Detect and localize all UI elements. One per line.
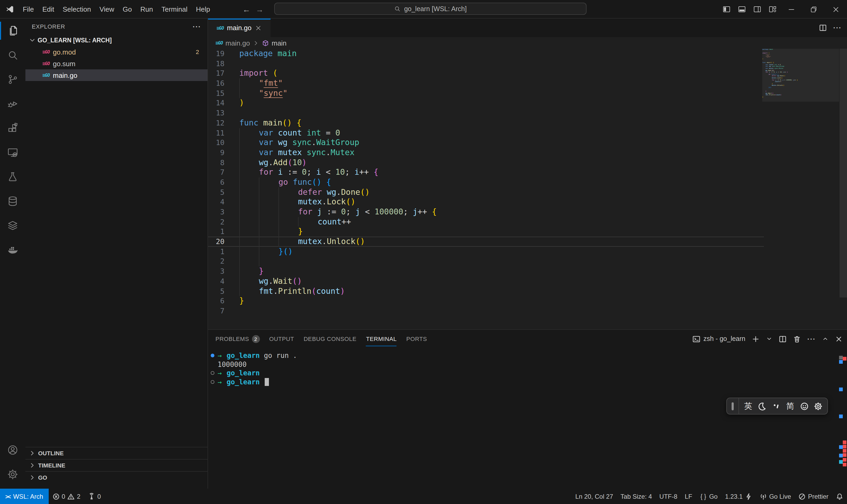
remote-indicator[interactable]: >< WSL: Arch [0, 489, 49, 504]
panel-tab-problems[interactable]: PROBLEMS2 [215, 335, 260, 343]
activity-testing[interactable] [0, 165, 25, 189]
problems-status[interactable]: 0 2 [49, 489, 84, 504]
status-tab-size-4[interactable]: Tab Size: 4 [617, 489, 656, 504]
code-line[interactable]: 1}() [208, 247, 764, 256]
ime-punct-button[interactable] [770, 400, 783, 412]
activity-source-control[interactable] [0, 67, 25, 92]
file-main.go[interactable]: ≡GOmain.go [25, 69, 208, 81]
panel-tab-debug-console[interactable]: DEBUG CONSOLE [304, 336, 357, 342]
code-line[interactable]: 4wg.Wait() [208, 276, 764, 286]
explorer-root-folder[interactable]: GO_LEARN [WSL: ARCH] [25, 34, 208, 46]
terminal-line[interactable]: 1000000 [209, 360, 836, 369]
code-line[interactable]: 14) [208, 98, 764, 108]
section-outline[interactable]: OUTLINE [25, 447, 208, 459]
activity-layers[interactable] [0, 213, 25, 238]
activity-database[interactable] [0, 189, 25, 213]
code-line[interactable]: 7 [208, 306, 764, 316]
panel-tab-output[interactable]: OUTPUT [269, 336, 294, 342]
menu-go[interactable]: Go [119, 3, 136, 15]
menu-help[interactable]: Help [192, 3, 214, 15]
ime-gear-button[interactable] [812, 400, 825, 412]
status-lf[interactable]: LF [681, 489, 696, 504]
ports-status[interactable]: 0 [84, 489, 105, 504]
new-terminal-icon[interactable] [752, 335, 760, 343]
editor-scrollbar[interactable] [840, 49, 847, 298]
maximize-panel-icon[interactable] [822, 336, 828, 342]
code-line[interactable]: 2 [208, 256, 764, 266]
kill-terminal-icon[interactable] [793, 335, 801, 343]
ime-lang-button[interactable]: 英 [742, 400, 755, 412]
code-line[interactable]: 11var count int = 0 [208, 128, 764, 138]
status-1-23-1[interactable]: 1.23.1 [721, 489, 756, 504]
activity-search[interactable] [0, 43, 25, 67]
minimap-slider[interactable] [762, 49, 839, 102]
status-go[interactable]: { }Go [696, 489, 721, 504]
terminal-line[interactable]: →go_learn [209, 378, 836, 387]
toggle-primary-sidebar-icon[interactable] [719, 0, 734, 19]
code-line[interactable]: 1} [208, 227, 764, 237]
status-prettier[interactable]: Prettier [795, 489, 832, 504]
code-line[interactable]: 17import ( [208, 69, 764, 78]
activity-settings[interactable] [0, 462, 25, 487]
activity-account[interactable] [0, 438, 25, 462]
code-line[interactable]: 18 [208, 58, 764, 68]
tab-main-go[interactable]: ≡GO main.go [208, 19, 271, 37]
back-icon[interactable]: ← [242, 5, 250, 14]
code-line[interactable]: 3} [208, 266, 764, 276]
code-line[interactable]: 9var mutex sync.Mutex [208, 148, 764, 158]
terminal-line[interactable]: →go_learn go run . [209, 351, 836, 360]
code-line[interactable]: 5defer wg.Done() [208, 187, 764, 197]
code-line[interactable]: 19package main [208, 49, 764, 58]
code-editor[interactable]: 19package main1817import (16"fmt"15"sync… [208, 49, 847, 329]
menu-run[interactable]: Run [136, 3, 157, 15]
terminal-dropdown-icon[interactable] [766, 336, 772, 342]
terminal-session[interactable]: zsh - go_learn [692, 335, 745, 343]
menu-terminal[interactable]: Terminal [157, 3, 192, 15]
minimize-icon[interactable] [780, 0, 803, 19]
ime-simplified-button[interactable]: 简 [784, 400, 797, 412]
code-line[interactable]: 7for i := 0; i < 10; i++ { [208, 167, 764, 177]
file-go.sum[interactable]: ≡GOgo.sum [25, 58, 208, 69]
section-timeline[interactable]: TIMELINE [25, 459, 208, 471]
terminal-output[interactable]: →go_learn go run .1000000→go_learn→go_le… [209, 351, 836, 489]
split-terminal-icon[interactable] [779, 335, 787, 343]
split-editor-icon[interactable] [819, 24, 827, 32]
menu-view[interactable]: View [95, 3, 119, 15]
restore-icon[interactable] [803, 0, 825, 19]
code-line[interactable]: 3for j := 0; j < 100000; j++ { [208, 207, 764, 217]
code-line[interactable]: 13 [208, 108, 764, 118]
activity-extensions[interactable] [0, 116, 25, 140]
tab-close-icon[interactable] [255, 24, 262, 32]
breadcrumb-symbol[interactable]: main [272, 39, 286, 47]
editor-more-actions-icon[interactable]: ··· [833, 24, 842, 32]
code-line[interactable]: 4mutex.Lock() [208, 197, 764, 207]
code-line[interactable]: 8wg.Add(10) [208, 158, 764, 167]
customize-layout-icon[interactable] [765, 0, 780, 19]
section-go[interactable]: GO [25, 471, 208, 483]
code-line[interactable]: 6} [208, 296, 764, 306]
panel-tab-ports[interactable]: PORTS [406, 336, 427, 342]
status-go-live[interactable]: Go Live [756, 489, 795, 504]
panel-more-actions-icon[interactable]: ··· [807, 335, 816, 343]
code-line[interactable]: 16"fmt" [208, 78, 764, 88]
activity-run-debug[interactable] [0, 92, 25, 116]
status-ln-20-col-27[interactable]: Ln 20, Col 27 [572, 489, 617, 504]
activity-remote-explorer[interactable] [0, 140, 25, 165]
menu-edit[interactable]: Edit [38, 3, 58, 15]
code-line[interactable]: 5fmt.Println(count) [208, 286, 764, 296]
code-line[interactable]: 10var wg sync.WaitGroup [208, 138, 764, 147]
code-line[interactable]: 6go func() { [208, 177, 764, 187]
ime-drag-handle[interactable] [732, 402, 734, 410]
activity-files[interactable] [0, 19, 25, 43]
code-line[interactable]: 15"sync" [208, 88, 764, 98]
command-center-search[interactable]: go_learn [WSL: Arch] [274, 3, 587, 15]
toggle-panel-icon[interactable] [734, 0, 750, 19]
code-line[interactable]: 2count++ [208, 217, 764, 227]
panel-tab-terminal[interactable]: TERMINAL [366, 336, 397, 342]
explorer-more-actions-icon[interactable]: ··· [193, 22, 201, 31]
menu-file[interactable]: File [19, 3, 38, 15]
code-line[interactable]: 12func main() { [208, 118, 764, 128]
menu-selection[interactable]: Selection [58, 3, 95, 15]
status-utf-8[interactable]: UTF-8 [656, 489, 681, 504]
ime-emoji-button[interactable] [798, 400, 811, 412]
